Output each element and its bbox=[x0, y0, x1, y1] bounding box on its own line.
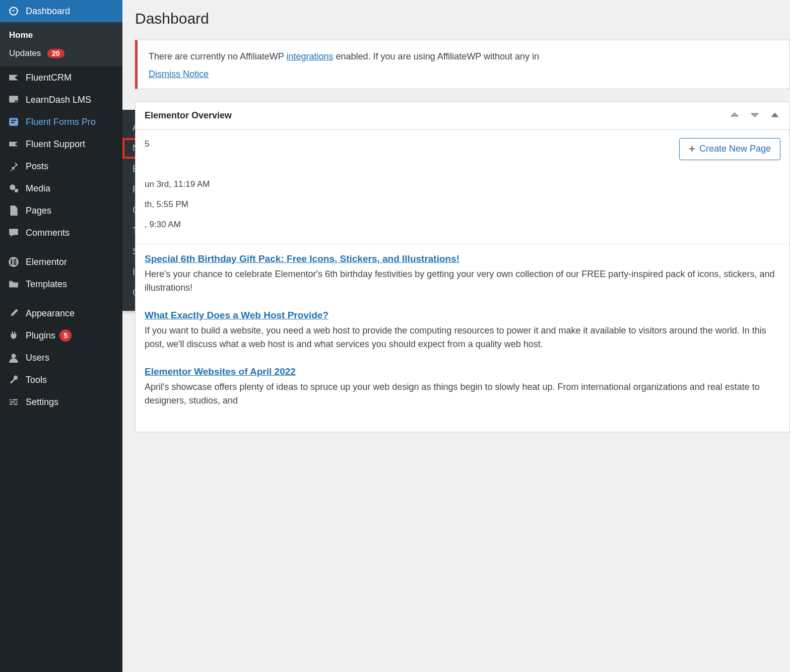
fluentforms-icon bbox=[8, 116, 20, 128]
dismiss-notice-link[interactable]: Dismiss Notice bbox=[149, 69, 209, 80]
news-item: What Exactly Does a Web Host Provide? If… bbox=[145, 310, 780, 351]
integrations-link[interactable]: integrations bbox=[286, 51, 333, 61]
user-icon bbox=[8, 352, 20, 364]
move-up-icon[interactable] bbox=[729, 109, 740, 122]
affiliatewp-notice: There are currently no AffiliateWP integ… bbox=[135, 40, 790, 89]
menu-templates[interactable]: Templates bbox=[0, 273, 122, 295]
menu-label: Settings bbox=[26, 397, 58, 408]
plug-icon bbox=[8, 329, 20, 342]
media-icon bbox=[8, 182, 20, 194]
news-section: Special 6th Birthday Gift Pack: Free Ico… bbox=[136, 244, 789, 432]
menu-media[interactable]: Media bbox=[0, 177, 122, 199]
comments-icon bbox=[8, 227, 20, 239]
menu-label: FluentCRM bbox=[26, 73, 72, 83]
postbox-title: Elementor Overview bbox=[145, 110, 232, 121]
edited-item[interactable]: th, 5:55 PM bbox=[145, 194, 780, 215]
menu-label: Pages bbox=[26, 206, 51, 216]
svg-rect-6 bbox=[11, 259, 13, 265]
fluentcrm-icon bbox=[8, 72, 20, 84]
news-item: Elementor Websites of April 2022 April's… bbox=[145, 366, 780, 408]
menu-dashboard[interactable]: Dashboard bbox=[0, 0, 122, 22]
news-description: April's showcase offers plenty of ideas … bbox=[145, 380, 780, 408]
svg-rect-9 bbox=[14, 263, 17, 265]
elementor-overview-box: Elementor Overview 5 + Create New Page u… bbox=[135, 102, 790, 432]
menu-learndash[interactable]: LearnDash LMS bbox=[0, 89, 122, 111]
plugins-badge: 5 bbox=[59, 329, 72, 342]
notice-text: There are currently no AffiliateWP integ… bbox=[149, 49, 778, 64]
news-link[interactable]: Special 6th Birthday Gift Pack: Free Ico… bbox=[145, 253, 780, 264]
postbox-header: Elementor Overview bbox=[136, 102, 789, 130]
news-description: Here's your chance to celebrate Elemento… bbox=[145, 267, 780, 295]
menu-label: LearnDash LMS bbox=[26, 95, 91, 105]
menu-label: Dashboard bbox=[26, 6, 70, 17]
menu-posts[interactable]: Posts bbox=[0, 155, 122, 177]
postbox-body: 5 + Create New Page un 3rd, 11:19 AM th,… bbox=[136, 130, 789, 244]
recently-edited-list: un 3rd, 11:19 AM th, 5:55 PM , 9:30 AM bbox=[145, 174, 780, 235]
version-text: 5 bbox=[145, 139, 149, 149]
menu-label: Elementor bbox=[26, 257, 67, 267]
learndash-icon bbox=[8, 94, 20, 106]
menu-settings[interactable]: Settings bbox=[0, 391, 122, 413]
submenu-home[interactable]: Home bbox=[0, 26, 122, 44]
menu-label: Tools bbox=[26, 375, 47, 385]
menu-fluentsupport[interactable]: Fluent Support bbox=[0, 133, 122, 155]
brush-icon bbox=[8, 307, 20, 319]
updates-badge: 20 bbox=[47, 49, 64, 58]
create-new-page-button[interactable]: + Create New Page bbox=[679, 138, 780, 160]
menu-label: Fluent Forms Pro bbox=[26, 117, 96, 127]
sliders-icon bbox=[8, 396, 20, 408]
news-link[interactable]: Elementor Websites of April 2022 bbox=[145, 366, 780, 377]
plus-icon: + bbox=[689, 143, 695, 156]
fluentsupport-icon bbox=[8, 138, 20, 150]
menu-label: Plugins bbox=[26, 330, 55, 341]
news-description: If you want to build a website, you need… bbox=[145, 324, 780, 351]
admin-sidebar: Dashboard Home Updates 20 FluentCRM Lear… bbox=[0, 0, 122, 672]
news-item: Special 6th Birthday Gift Pack: Free Ico… bbox=[145, 253, 780, 295]
pin-icon bbox=[8, 160, 20, 172]
menu-label: Appearance bbox=[26, 308, 75, 319]
submenu-updates[interactable]: Updates 20 bbox=[0, 44, 122, 62]
svg-point-10 bbox=[12, 354, 16, 358]
edited-item[interactable]: , 9:30 AM bbox=[145, 215, 780, 235]
menu-tools[interactable]: Tools bbox=[0, 369, 122, 391]
menu-pages[interactable]: Pages bbox=[0, 199, 122, 222]
menu-label: Fluent Support bbox=[26, 139, 85, 150]
toggle-icon[interactable] bbox=[769, 109, 780, 122]
menu-comments[interactable]: Comments bbox=[0, 222, 122, 244]
svg-rect-8 bbox=[14, 261, 17, 263]
move-down-icon[interactable] bbox=[749, 109, 760, 122]
edited-item[interactable]: un 3rd, 11:19 AM bbox=[145, 174, 780, 194]
menu-appearance[interactable]: Appearance bbox=[0, 302, 122, 324]
menu-label: Users bbox=[26, 353, 49, 363]
dashboard-submenu: Home Updates 20 bbox=[0, 22, 122, 66]
menu-fluentforms[interactable]: Fluent Forms Pro All Forms New Form Entr… bbox=[0, 111, 122, 133]
elementor-icon bbox=[8, 256, 20, 268]
page-title: Dashboard bbox=[135, 10, 790, 27]
menu-plugins[interactable]: Plugins 5 bbox=[0, 324, 122, 347]
postbox-actions bbox=[729, 109, 780, 122]
folder-icon bbox=[8, 278, 20, 290]
news-link[interactable]: What Exactly Does a Web Host Provide? bbox=[145, 310, 780, 321]
wrench-icon bbox=[8, 374, 20, 386]
dashboard-icon bbox=[8, 5, 20, 17]
menu-label: Comments bbox=[26, 228, 70, 238]
main-content: Dashboard There are currently no Affilia… bbox=[122, 0, 790, 672]
menu-label: Posts bbox=[26, 161, 48, 172]
svg-rect-3 bbox=[11, 120, 17, 121]
menu-users[interactable]: Users bbox=[0, 347, 122, 369]
menu-fluentcrm[interactable]: FluentCRM bbox=[0, 66, 122, 89]
menu-label: Media bbox=[26, 183, 50, 194]
menu-label: Templates bbox=[26, 279, 67, 290]
svg-rect-4 bbox=[11, 122, 15, 123]
svg-rect-7 bbox=[14, 259, 17, 261]
pages-icon bbox=[8, 205, 20, 217]
menu-elementor[interactable]: Elementor bbox=[0, 251, 122, 273]
